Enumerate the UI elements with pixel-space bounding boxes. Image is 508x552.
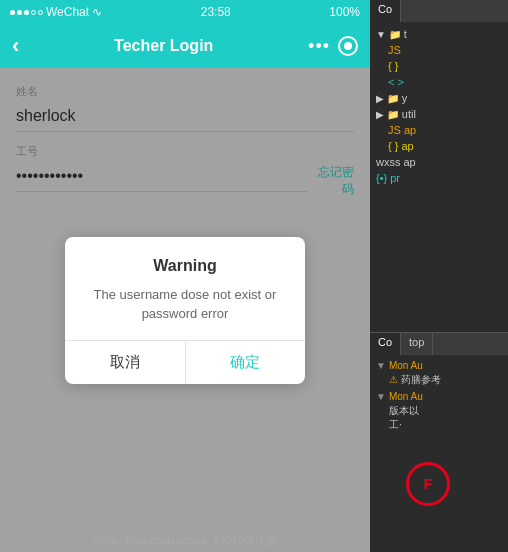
- js-ap-file: JS ap: [388, 124, 416, 136]
- tree-item-y[interactable]: ▶ 📁 y: [370, 90, 508, 106]
- tree-label-y: y: [402, 92, 408, 104]
- nav-title: Techer Login: [114, 37, 213, 55]
- log-row-1: ▼ Mon Au ⚠ 药膳参考: [376, 359, 502, 387]
- tree-label-t: t: [404, 28, 407, 40]
- red-circle-annotation: F: [406, 462, 450, 506]
- json-ap-file: { } ap: [388, 140, 414, 152]
- confirm-button[interactable]: 确定: [186, 341, 306, 384]
- nav-icons: •••: [308, 36, 358, 57]
- tab-console[interactable]: Co: [370, 0, 401, 22]
- tree-item-json-ap[interactable]: { } ap: [370, 138, 508, 154]
- status-time: 23:58: [201, 5, 231, 19]
- battery-status: 100%: [329, 5, 360, 19]
- dialog-title: Warning: [81, 257, 289, 275]
- dialog-message: The username dose not exist or password …: [81, 285, 289, 324]
- dot4: [31, 10, 36, 15]
- wxml-file-1: < >: [388, 76, 404, 88]
- log-row-2: ▼ Mon Au 版本以工·: [376, 390, 502, 432]
- radio-icon[interactable]: [338, 36, 358, 56]
- red-circle-label: F: [424, 476, 433, 492]
- tree-item-wxss[interactable]: wxss ap: [370, 154, 508, 170]
- tree-item-js-ap[interactable]: JS ap: [370, 122, 508, 138]
- tree-item-t[interactable]: ▼ 📁 t: [370, 26, 508, 42]
- log-warning-text: 药膳参考: [401, 374, 441, 385]
- folder-icon-y: ▶ 📁: [376, 93, 399, 104]
- warning-dialog: Warning The username dose not exist or p…: [65, 237, 305, 384]
- wifi-icon: ∿: [92, 5, 102, 19]
- log-warning-icon: ⚠: [389, 374, 398, 385]
- status-bar-left: WeChat ∿: [10, 5, 102, 19]
- ide-bottom: Co top ▼ Mon Au ⚠ 药膳参考 ▼ Mon Au 版本以工·: [370, 332, 508, 552]
- dot2: [17, 10, 22, 15]
- dot3: [24, 10, 29, 15]
- json-file-1: { }: [388, 60, 398, 72]
- bottom-tab-console[interactable]: Co: [370, 333, 401, 355]
- mobile-panel: WeChat ∿ 23:58 100% ‹ Techer Login ••• 姓…: [0, 0, 370, 552]
- cancel-button[interactable]: 取消: [65, 341, 186, 384]
- folder-icon-util: ▶ 📁: [376, 109, 399, 120]
- js-file-1: JS: [388, 44, 401, 56]
- dot1: [10, 10, 15, 15]
- tree-item-util[interactable]: ▶ 📁 util: [370, 106, 508, 122]
- red-circle-container: F: [406, 462, 502, 506]
- proj-file: {•} pr: [376, 172, 400, 184]
- tree-item-proj[interactable]: {•} pr: [370, 170, 508, 186]
- log-content-2: Mon Au 版本以工·: [389, 390, 426, 432]
- more-options-icon[interactable]: •••: [308, 36, 330, 57]
- tree-item-js1[interactable]: JS: [370, 42, 508, 58]
- log-label-mon2: Mon Au: [389, 391, 423, 402]
- form-area: 姓名 sherlock 工号 •••••••••••• 忘记密码 Warning…: [0, 68, 370, 552]
- watermark: https://blog.csdn.net/qq_51010请注意: [0, 533, 370, 548]
- ide-panel: Co ▼ 📁 t JS { } < > ▶ 📁 y ▶ 📁 util: [370, 0, 508, 552]
- folder-icon: ▼ 📁: [376, 29, 401, 40]
- ide-log: ▼ Mon Au ⚠ 药膳参考 ▼ Mon Au 版本以工· F: [370, 355, 508, 510]
- log-arrow-2: ▼: [376, 390, 386, 404]
- signal-dots: [10, 10, 43, 15]
- log-content-1: Mon Au ⚠ 药膳参考: [389, 359, 441, 387]
- dot5: [38, 10, 43, 15]
- radio-inner: [344, 42, 352, 50]
- tree-item-json1[interactable]: { }: [370, 58, 508, 74]
- log-version-text: 版本以工·: [389, 405, 419, 430]
- bottom-tab-top[interactable]: top: [401, 333, 433, 355]
- dialog-overlay: Warning The username dose not exist or p…: [0, 68, 370, 552]
- log-arrow-1: ▼: [376, 359, 386, 373]
- tree-label-util: util: [402, 108, 416, 120]
- tree-item-wxml1[interactable]: < >: [370, 74, 508, 90]
- ide-top-tabs: Co: [370, 0, 508, 22]
- app-name: WeChat: [46, 5, 89, 19]
- ide-bottom-tabs: Co top: [370, 333, 508, 355]
- nav-bar: ‹ Techer Login •••: [0, 24, 370, 68]
- wxss-file: wxss ap: [376, 156, 416, 168]
- back-button[interactable]: ‹: [12, 33, 19, 59]
- log-label-mon1: Mon Au: [389, 360, 423, 371]
- file-tree: ▼ 📁 t JS { } < > ▶ 📁 y ▶ 📁 util JS ap: [370, 22, 508, 332]
- dialog-buttons: 取消 确定: [65, 340, 305, 384]
- status-bar: WeChat ∿ 23:58 100%: [0, 0, 370, 24]
